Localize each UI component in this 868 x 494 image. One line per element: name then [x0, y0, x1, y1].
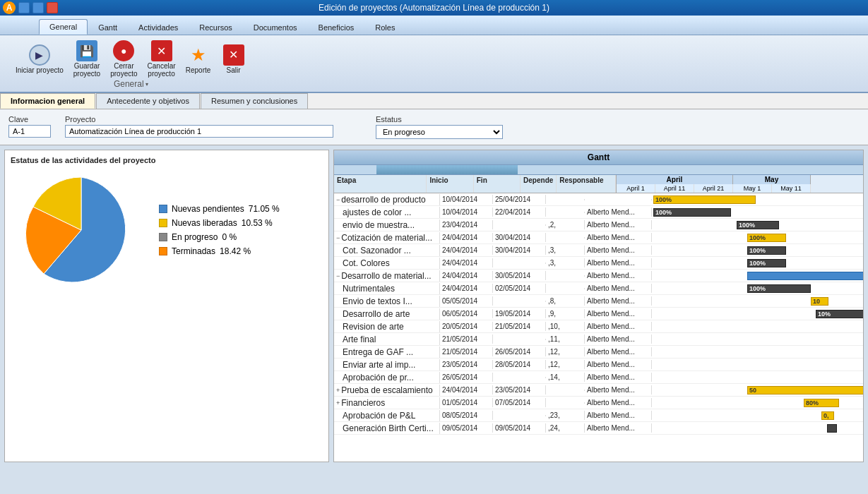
gantt-bar-15: 50 [747, 386, 863, 394]
tab-actividades[interactable]: Actividades [128, 20, 189, 35]
bar-area-8: 10 [652, 296, 863, 307]
etapa-cell-5: Cot. Colores [334, 258, 440, 269]
etapa-cell-13: Enviar arte al imp... [334, 359, 440, 370]
depende-cell-0 [546, 199, 585, 200]
gantt-bar-7: 100% [747, 284, 811, 293]
table-row: ajustes de color ... 10/04/2014 22/04/20… [334, 206, 863, 219]
gantt-scrollbar[interactable] [334, 165, 863, 175]
sub-tab-antecedente[interactable]: Antecedente y objetivos [96, 93, 200, 109]
legend-color-terminadas [159, 247, 167, 255]
etapa-cell-11: Arte final [334, 334, 440, 345]
gantt-table[interactable]: − desarrollo de producto 10/04/2014 25/0… [334, 193, 863, 462]
table-row: Desarrollo de arte 06/05/2014 19/05/2014… [334, 308, 863, 320]
gantt-bar-1: 100% [653, 208, 731, 217]
day-april1: April 1 [617, 184, 655, 193]
expand-icon-6[interactable]: − [336, 272, 340, 279]
expand-icon-15[interactable]: + [336, 387, 340, 394]
bar-area-13 [652, 359, 863, 370]
day-april21: April 21 [694, 184, 733, 193]
group-expand-icon[interactable]: ▾ [145, 81, 148, 88]
gantt-bar-9: 10% [816, 310, 863, 318]
etapa-cell-9: Desarrollo de arte [334, 308, 440, 320]
bar-area-12 [652, 347, 863, 358]
bar-area-3: 100% [652, 232, 863, 243]
gantt-col-headers: Etapa Inicio Fin Depende Responsable [334, 175, 617, 193]
table-row: + Prueba de escalamiento 24/04/2014 23/0… [334, 384, 863, 397]
clave-field: Clave [8, 115, 51, 138]
bar-area-0: 100% [652, 194, 863, 205]
table-row: Aprobación de pr... 26/05/2014 ,14, Albe… [334, 371, 863, 384]
inicio-cell-0: 10/04/2014 [440, 195, 493, 204]
reporte-button[interactable]: ★ Reporte [183, 42, 214, 76]
tab-general[interactable]: General [39, 19, 88, 35]
gantt-bar-2: 100% [737, 221, 779, 229]
gantt-bar-4: 100% [747, 246, 786, 255]
sub-tab-resumen[interactable]: Resumen y conclusiones [201, 93, 308, 109]
main-content: Estatus de las actividades del proyecto … [0, 145, 868, 466]
month-april: April April 1 April 11 April 21 [617, 175, 733, 193]
iniciar-proyecto-button[interactable]: Iniciar proyecto [13, 42, 66, 76]
cerrar-proyecto-button[interactable]: ● Cerrarproyecto [107, 38, 140, 79]
cancelar-proyecto-button[interactable]: ✕ Cancelarproyecto [145, 38, 179, 79]
col-header-fin: Fin [474, 175, 521, 193]
tab-documentos[interactable]: Documentos [243, 20, 308, 35]
gantt-bar-18 [827, 424, 837, 433]
fin-cell-0: 25/04/2014 [493, 195, 546, 204]
close-window-button[interactable] [47, 2, 58, 13]
legend-item-1: Nuevas liberadas 10.53 % [159, 218, 280, 228]
etapa-cell-6: − Desarrollo de material... [334, 270, 440, 282]
sub-tab-info[interactable]: Informacion general [0, 93, 95, 109]
legend-item-2: En progreso 0 % [159, 232, 280, 242]
bar-area-1: 100% [652, 207, 863, 218]
maximize-button[interactable] [32, 2, 44, 13]
estatus-select[interactable]: En progreso Completado Pendiente Cancela… [376, 125, 503, 139]
title-bar: A Edición de proyectos (Automatización L… [0, 0, 868, 16]
expand-icon-3[interactable]: − [336, 234, 340, 241]
window-title: Edición de proyectos (Automatización Lín… [319, 3, 549, 13]
bar-area-5: 100% [652, 258, 863, 269]
expand-icon-0[interactable]: − [336, 196, 340, 203]
guardar-icon: 💾 [76, 40, 97, 61]
expand-icon-16[interactable]: + [336, 399, 340, 406]
etapa-cell-17: Aprobación de P&L [334, 410, 440, 421]
clave-input[interactable] [8, 125, 51, 138]
chart-title: Estatus de las actividades del proyecto [11, 156, 323, 164]
bar-area-18 [652, 423, 863, 434]
gantt-bar-8: 10 [811, 297, 828, 306]
table-row: Enviar arte al imp... 23/05/2014 28/05/2… [334, 359, 863, 371]
tab-recursos[interactable]: Recursos [189, 20, 242, 35]
table-row: Entrega de GAF ... 21/05/2014 26/05/2014… [334, 346, 863, 359]
tab-gantt[interactable]: Gantt [88, 20, 128, 35]
guardar-proyecto-button[interactable]: 💾 Guardarproyecto [71, 38, 103, 79]
salir-icon: ✕ [223, 44, 244, 66]
toolbar: Iniciar proyecto 💾 Guardarproyecto ● Cer… [0, 35, 868, 93]
proyecto-label: Proyecto [65, 115, 333, 124]
bar-area-10 [652, 321, 863, 332]
bar-area-15: 50 [652, 385, 863, 396]
proyecto-field: Proyecto [65, 115, 333, 138]
table-row: Arte final 21/05/2014 ,11, Alberto Mend.… [334, 333, 863, 346]
minimize-button[interactable] [18, 2, 30, 13]
pie-chart [11, 170, 152, 290]
chart-area: Nuevas pendientes 71.05 % Nuevas liberad… [11, 170, 323, 290]
toolbar-group-general: Iniciar proyecto 💾 Guardarproyecto ● Cer… [6, 38, 256, 89]
tab-roles[interactable]: Roles [364, 20, 405, 35]
table-row: Aprobación de P&L 08/05/2014 ,23, Albert… [334, 409, 863, 422]
table-row: + Financieros 01/05/2014 07/05/2014 Albe… [334, 397, 863, 409]
day-may1: May 1 [733, 184, 772, 193]
salir-button[interactable]: ✕ Salir [218, 42, 249, 76]
gantt-bar-3: 100% [747, 234, 786, 242]
etapa-cell-10: Revision de arte [334, 321, 440, 332]
cerrar-icon: ● [113, 40, 134, 61]
etapa-cell-0: − desarrollo de producto [334, 194, 440, 205]
month-may: May May 1 May 11 [733, 175, 811, 193]
chart-panel: Estatus de las actividades del proyecto … [4, 150, 329, 462]
clave-label: Clave [8, 115, 51, 124]
legend-pct-en-progreso: 0 % [222, 232, 237, 242]
gantt-bar-17: 0, [821, 411, 834, 420]
chart-legend: Nuevas pendientes 71.05 % Nuevas liberad… [159, 204, 280, 256]
tab-beneficios[interactable]: Beneficios [308, 20, 365, 35]
proyecto-input[interactable] [65, 125, 333, 138]
col-header-etapa: Etapa [334, 175, 427, 193]
table-row: − desarrollo de producto 10/04/2014 25/0… [334, 193, 863, 206]
